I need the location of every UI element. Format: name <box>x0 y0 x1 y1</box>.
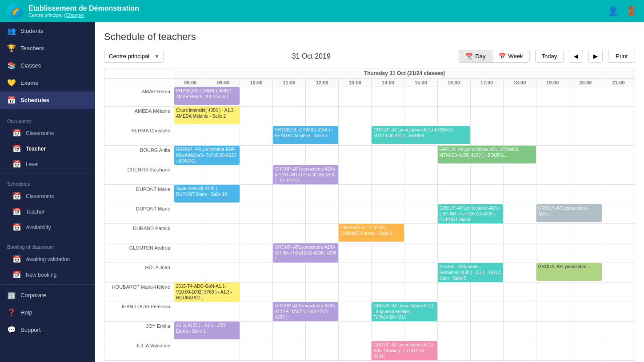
schedule-cell[interactable] <box>306 107 339 126</box>
schedule-cell[interactable] <box>569 302 602 322</box>
schedule-cell[interactable] <box>503 243 536 263</box>
schedule-cell[interactable] <box>536 341 569 361</box>
schedule-cell[interactable] <box>470 185 503 204</box>
schedule-cell[interactable] <box>602 302 635 322</box>
schedule-cell[interactable] <box>339 185 372 204</box>
event-block[interactable]: GROUP.-AFLyonoctobre-ADU-GRI30--ThSa10:0… <box>273 243 338 263</box>
schedule-cell[interactable] <box>569 322 602 341</box>
schedule-cell[interactable]: Débutants A1.1( 4128 ) - DURAND Patrick … <box>339 224 404 243</box>
schedule-cell[interactable] <box>240 243 273 263</box>
schedule-cell[interactable]: GROUP.-AFLyonoctobre-ADU-AdultDrawing--T… <box>372 341 437 361</box>
schedule-cell[interactable] <box>306 322 339 341</box>
schedule-cell[interactable] <box>372 282 404 302</box>
schedule-cell[interactable] <box>602 282 635 302</box>
schedule-cell[interactable]: A1.1( 4135 ) - A1.1 - JOY Emilia - Salle… <box>174 322 240 341</box>
schedule-cell[interactable] <box>569 146 602 165</box>
schedule-cell[interactable] <box>174 302 207 322</box>
event-block[interactable]: Débutants A1.1( 4128 ) - DURAND Patrick … <box>339 224 404 242</box>
schedule-cell[interactable] <box>437 224 470 243</box>
schedule-cell[interactable] <box>437 282 470 302</box>
schedule-cell[interactable] <box>470 322 503 341</box>
schedule-cell[interactable] <box>240 146 273 165</box>
event-block[interactable]: Cours intensifs( 4056 ) - A1.3 - AMEDA M… <box>174 107 240 124</box>
schedule-cell[interactable]: GROUP.-AFLyonoctobre-... <box>536 263 602 282</box>
schedule-cell[interactable] <box>240 341 273 361</box>
schedule-cell[interactable] <box>207 263 240 282</box>
schedule-cell[interactable] <box>503 224 536 243</box>
schedule-cell[interactable] <box>404 224 437 243</box>
centre-select[interactable]: Centre principal <box>109 53 159 60</box>
schedule-cell[interactable] <box>306 282 339 302</box>
schedule-cell[interactable] <box>602 87 635 107</box>
schedule-cell[interactable] <box>240 302 273 322</box>
schedule-cell[interactable] <box>503 341 536 361</box>
schedule-cell[interactable] <box>273 224 306 243</box>
event-block[interactable]: Adultes - Débutants - Semaine( 4138 ) - … <box>438 263 503 282</box>
sidebar-item-students[interactable]: 👥 Students <box>0 22 95 40</box>
event-block[interactable]: GROUP.-AFLyonoctobre-ADU-Int1YR--MTh12:0… <box>273 165 338 184</box>
schedule-cell[interactable] <box>339 204 372 224</box>
schedule-cell[interactable] <box>602 165 635 185</box>
sidebar-availability[interactable]: 📅 Availability <box>0 219 95 235</box>
schedule-cell[interactable] <box>569 87 602 107</box>
event-block[interactable]: 2015-T4-ADO-GeN-A1.1-V10:00-1092( 3763 )… <box>174 282 240 302</box>
schedule-cell[interactable] <box>174 165 207 185</box>
schedule-cell[interactable] <box>404 185 437 204</box>
schedule-cell[interactable] <box>602 126 635 146</box>
schedule-cell[interactable] <box>404 322 437 341</box>
schedule-cell[interactable] <box>240 87 273 107</box>
schedule-cell[interactable] <box>207 243 240 263</box>
schedule-cell[interactable] <box>503 263 536 282</box>
schedule-cell[interactable] <box>602 341 635 361</box>
event-block[interactable]: PHYSIQUE-CHIMIE( 4184 ) - BERMA Christel… <box>273 126 338 144</box>
sidebar-new-booking[interactable]: 📅 New booking <box>0 267 95 282</box>
schedule-cell[interactable] <box>470 341 503 361</box>
schedule-cell[interactable] <box>569 224 602 243</box>
schedule-cell[interactable] <box>207 126 240 146</box>
schedule-cell[interactable] <box>569 185 602 204</box>
schedule-cell[interactable] <box>602 204 635 224</box>
event-block[interactable]: Superintensif( 4148 ) - DUPONT Marie - S… <box>174 185 240 203</box>
schedule-cell[interactable] <box>470 282 503 302</box>
schedule-cell[interactable] <box>404 146 437 165</box>
schedule-cell[interactable] <box>339 302 372 322</box>
schedule-cell[interactable] <box>372 146 404 165</box>
schedule-cell[interactable] <box>306 185 339 204</box>
schedule-cell[interactable] <box>437 87 470 107</box>
schedule-cell[interactable] <box>174 204 207 224</box>
schedule-cell[interactable] <box>470 126 503 146</box>
schedule-cell[interactable] <box>404 107 437 126</box>
sidebar-level-occ[interactable]: 📅 Level <box>0 156 95 172</box>
schedule-cell[interactable] <box>372 263 404 282</box>
schedule-cell[interactable] <box>240 204 273 224</box>
schedule-cell[interactable] <box>306 87 339 107</box>
schedule-cell[interactable] <box>306 263 339 282</box>
schedule-cell[interactable] <box>569 243 602 263</box>
schedule-cell[interactable]: GROUP.-AFLyonoctobre-ADU-Int1YR--MTh12:0… <box>273 165 339 185</box>
schedule-cell[interactable] <box>372 165 404 185</box>
schedule-cell[interactable]: Adultes - Débutants - Semaine( 4138 ) - … <box>437 263 503 282</box>
schedule-cell[interactable] <box>602 243 635 263</box>
schedule-cell[interactable] <box>437 107 470 126</box>
schedule-cell[interactable] <box>536 107 569 126</box>
schedule-cell[interactable] <box>536 282 569 302</box>
schedule-cell[interactable] <box>503 302 536 322</box>
schedule-cell[interactable] <box>207 165 240 185</box>
schedule-cell[interactable]: GROUP.-AFLyonoctobre-ENF-KidsArt&Craft--… <box>174 146 240 165</box>
schedule-cell[interactable] <box>536 322 569 341</box>
schedule-cell[interactable] <box>240 263 273 282</box>
schedule-cell[interactable] <box>602 107 635 126</box>
sidebar-item-schedules[interactable]: 📅 Schedules <box>0 91 95 109</box>
event-block[interactable]: PHYSIQUE-CHIMIE( 4088 ) - AMAR Rema - Ar… <box>174 87 240 105</box>
schedule-cell[interactable] <box>372 243 404 263</box>
schedule-cell[interactable] <box>372 87 404 107</box>
schedule-cell[interactable] <box>437 165 470 185</box>
schedule-cell[interactable]: PHYSIQUE-CHIMIE( 4088 ) - AMAR Rema - Ar… <box>174 87 240 107</box>
schedule-cell[interactable] <box>174 243 207 263</box>
next-button[interactable]: ▶ <box>588 50 603 63</box>
schedule-cell[interactable] <box>339 263 372 282</box>
schedule-cell[interactable] <box>207 224 240 243</box>
schedule-cell[interactable] <box>569 107 602 126</box>
schedule-cell[interactable] <box>372 107 404 126</box>
schedule-cell[interactable] <box>536 224 569 243</box>
